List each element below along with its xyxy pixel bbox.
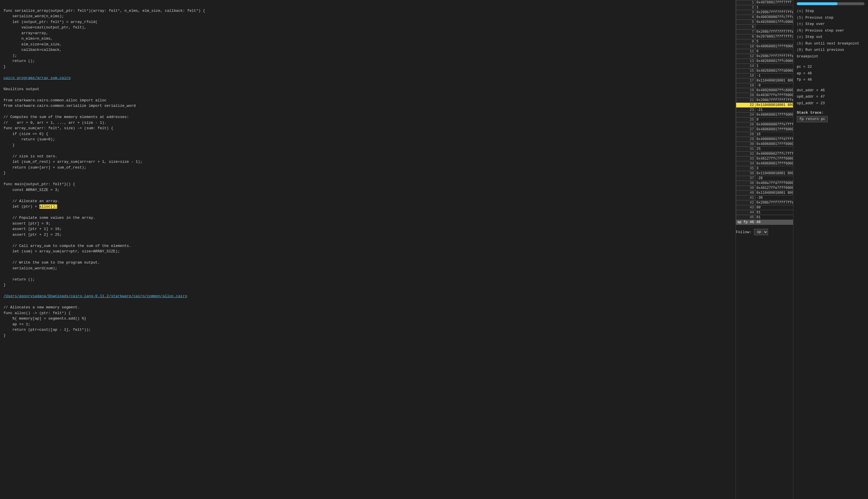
table-row: 190x480280007ffc8000 — [736, 88, 794, 93]
row-num: 5 — [736, 20, 756, 25]
row-num: 42 — [736, 200, 756, 205]
row-num: 39 — [736, 186, 756, 191]
file-link-alloc[interactable]: /Users/apoorvsadana/Downloads/cairo-lang… — [3, 294, 187, 298]
highlight-alloc: alloc(); — [39, 204, 57, 209]
row-num: 33 — [736, 157, 756, 161]
row-num: 43 — [736, 205, 756, 210]
table-row: 150x482680017ffd8000 — [736, 69, 794, 73]
table-row: 100x480680017fff8000 — [736, 44, 794, 49]
keybind-item: (s) Step — [797, 8, 865, 15]
row-num: 25 — [736, 118, 756, 122]
row-num: 30 — [736, 142, 756, 147]
code-panel: func serialize_array(output_ptr: felt*)(… — [0, 0, 736, 499]
row-val: 0x480a7ffd7fff8000 — [755, 181, 793, 186]
table-row: 4380 — [736, 205, 794, 210]
keybind-item: (n) Step over — [797, 21, 865, 27]
row-num: 34 — [736, 161, 756, 166]
register-item: pc = 22 — [797, 64, 865, 70]
table-row: 16-1 — [736, 73, 794, 78]
keybind-key: (n) — [797, 22, 803, 26]
progress-bar — [797, 2, 865, 5]
row-num: 28 — [736, 132, 756, 137]
keybind-key: (B) — [797, 48, 803, 52]
row-val: 0x400080027ffc7fff — [755, 151, 793, 157]
keybind-desc: Previous step over — [805, 29, 844, 33]
table-row: 21 — [736, 5, 794, 10]
keybind-desc: Previous step — [805, 16, 833, 20]
row-val: 0x482680017ffc8000 — [755, 20, 793, 25]
keybind-desc: Step — [805, 9, 814, 13]
row-val: 0x110480018001 8000 — [755, 103, 793, 108]
table-row: 3125 — [736, 147, 794, 151]
keybind-item: (S) Previous step — [797, 15, 865, 21]
keybind-key: (S) — [797, 16, 803, 20]
table-row: 320x400080027ffc7fff — [736, 151, 794, 157]
row-num: 41 — [736, 196, 756, 200]
keybind-key: (s) — [797, 9, 803, 13]
table-row: 240x480680017fff8000 — [736, 112, 794, 118]
row-val: -1 — [755, 73, 793, 78]
table-row: 330x48127ffc7fff8000 — [736, 157, 794, 161]
memory-table: 10x40780017fff7fff2130x208b7fff7fff7ffe4… — [736, 0, 793, 225]
row-val: 0x400080017ffd7fff — [755, 137, 793, 142]
table-row: 37-28 — [736, 176, 794, 181]
row-val: 1 — [755, 64, 793, 69]
table-row: ap fp 4646 — [736, 220, 794, 225]
follow-select[interactable]: ap fp pc — [754, 229, 768, 235]
row-num: 31 — [736, 147, 756, 151]
row-num: 29 — [736, 137, 756, 142]
row-num: 17 — [736, 78, 756, 83]
table-row: 259 — [736, 118, 794, 122]
row-num: 21 — [736, 98, 756, 103]
row-num: 27 — [736, 127, 756, 132]
row-val: -21 — [755, 108, 793, 112]
row-val: 0x480280007ffc8000 — [755, 88, 793, 93]
addr-item: op0_addr = 47 — [797, 94, 865, 100]
row-num: 32 — [736, 151, 756, 157]
row-num: 3 — [736, 10, 756, 15]
table-row: 95 — [736, 39, 794, 44]
addr-registers: dst_addr = 46op0_addr = 47op1_addr = 23 — [797, 87, 865, 107]
register-item: fp = 46 — [797, 77, 865, 83]
row-val — [755, 25, 793, 29]
row-num: 38 — [736, 181, 756, 186]
table-row: 120x208b7fff7fff7ffe — [736, 54, 794, 59]
row-num: ap fp 46 — [736, 220, 756, 225]
table-row: 141 — [736, 64, 794, 69]
row-num: 14 — [736, 64, 756, 69]
table-row: 18-9 — [736, 83, 794, 88]
table-row: 110 — [736, 49, 794, 54]
row-val: -28 — [755, 176, 793, 181]
table-row: 390x48127ffe7fff8000 — [736, 186, 794, 191]
row-num: 16 — [736, 73, 756, 78]
row-val: 0x482680017ffc8000 — [755, 59, 793, 64]
row-num: 23 — [736, 108, 756, 112]
table-row: 200x48307ffe7fff8000 — [736, 93, 794, 98]
table-row: 300x480680017fff8000 — [736, 142, 794, 147]
row-num: 20 — [736, 93, 756, 98]
row-val: 0x48127ffc7fff8000 — [755, 157, 793, 161]
row-val: 0x110480018001 8000 — [755, 191, 793, 196]
row-val: 0x208b7fff7fff7ffe — [755, 54, 793, 59]
row-num: 9 — [736, 39, 756, 44]
row-val: 0x208b7fff7fff7ffe — [755, 98, 793, 103]
row-num: 2 — [736, 5, 756, 10]
row-val: 0x400080007ffe7fff — [755, 122, 793, 127]
keybind-list: (s) Step(S) Previous step(n) Step over(N… — [797, 8, 865, 60]
table-row: 70x208b7fff7fff7ffe — [736, 29, 794, 35]
follow-row: Follow: ap fp pc — [736, 229, 793, 235]
table-row: 340x480680017fff8000 — [736, 161, 794, 166]
table-row: 10x40780017fff7fff — [736, 0, 794, 5]
table-row: 130x482680017ffc8000 — [736, 59, 794, 64]
code-line: // Allocates a new memory segment. func … — [3, 305, 91, 338]
keybind-key: (o) — [797, 35, 803, 39]
table-row: 270x480680017fff8000 — [736, 127, 794, 132]
row-num: 22 — [736, 103, 756, 108]
file-link-array-sum[interactable]: cairo_programs/array_sum.cairo — [3, 76, 71, 80]
table-row: 41-36 — [736, 196, 794, 200]
row-val: 0x480680017fff8000 — [755, 161, 793, 166]
row-val: 0x208b7fff7fff7ffe — [755, 200, 793, 205]
table-row: 4481 — [736, 210, 794, 215]
keybind-item: (N) Previous step over — [797, 27, 865, 34]
table-row: 6 — [736, 25, 794, 29]
